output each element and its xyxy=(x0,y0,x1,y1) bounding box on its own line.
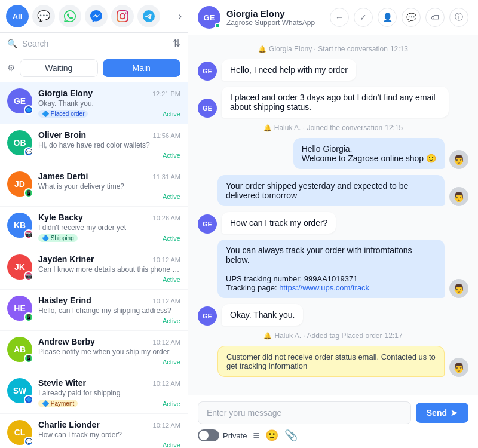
conv-time: 10:26 AM xyxy=(153,214,180,222)
conv-time: 11:31 AM xyxy=(153,173,180,180)
conv-preview: I didn't receive my order yet xyxy=(38,223,180,232)
chat-contact-name: Giorgia Elony xyxy=(226,8,324,19)
conv-status: Active xyxy=(163,317,180,324)
chat-button[interactable]: 💬 xyxy=(402,8,421,27)
label-button[interactable]: 🏷 xyxy=(425,8,445,27)
channel-badge: 📱 xyxy=(24,312,33,322)
tab-telegram[interactable] xyxy=(137,5,160,27)
conversation-list: GE 🔷 Giorgia Elony 12:21 PM Okay. Thank … xyxy=(0,82,188,448)
check-button[interactable]: ✓ xyxy=(354,8,373,27)
tab-messenger[interactable] xyxy=(85,5,108,27)
conv-status: Active xyxy=(163,400,180,407)
input-tools: Private ≡ 🙂 📎 xyxy=(198,429,468,442)
customer-message-order: GE I placed and order 3 days ago but I d… xyxy=(198,87,468,118)
waiting-tab[interactable]: Waiting xyxy=(20,59,98,77)
avatar: KB 📷 xyxy=(7,213,32,238)
conv-tag: 🔷 Shipping xyxy=(38,234,78,242)
search-input[interactable] xyxy=(22,39,168,48)
agent-message-welcome: Hello Giorgia.Welcome to Zagrose online … xyxy=(198,138,468,169)
tab-chat[interactable]: 💬 xyxy=(32,5,55,27)
agent-avatar: 👨 xyxy=(449,187,468,206)
conv-time: 10:12 AM xyxy=(153,256,180,263)
conv-tag: 🔷 Placed order xyxy=(38,110,88,118)
channel-badge: 🔷 xyxy=(24,395,33,404)
send-button[interactable]: Send ➤ xyxy=(416,403,468,423)
filter-button[interactable]: ⚙ xyxy=(7,63,15,73)
conv-tag: 🔷 Payment xyxy=(38,400,78,407)
system-message-start: 🔔 Giorgia Elony · Start the conversation… xyxy=(198,45,468,53)
tab-whatsapp[interactable] xyxy=(59,5,81,27)
conv-name: Stevie Witer xyxy=(38,378,86,388)
message-bubble: I placed and order 3 days ago but I didn… xyxy=(222,87,449,118)
system-message-tag: 🔔 Haluk A. · Added tag Placed order 12:1… xyxy=(198,332,468,340)
tracking-link[interactable]: https://www.ups.com/track xyxy=(279,283,369,292)
right-panel: GE Giorgia Elony Zagrose Support WhatsAp… xyxy=(188,0,478,448)
conv-time: 11:56 AM xyxy=(153,132,180,139)
avatar: AB 📱 xyxy=(7,337,32,362)
conv-preview: Hi, do have have red color wallets? xyxy=(38,141,180,149)
agent-avatar: 👨 xyxy=(449,150,468,169)
filter-row: ⚙ Waiting Main xyxy=(0,54,188,82)
conv-status: Active xyxy=(163,358,180,366)
customer-avatar: GE xyxy=(198,62,217,81)
more-channels-button[interactable]: › xyxy=(179,11,182,22)
conv-preview: Okay. Thank you. xyxy=(38,99,180,108)
conv-time: 12:21 PM xyxy=(152,90,180,97)
conv-status: Active xyxy=(163,441,180,448)
chat-avatar: GE xyxy=(198,6,220,29)
private-toggle[interactable] xyxy=(198,429,219,441)
message-input[interactable] xyxy=(198,401,411,424)
customer-message-thanks: GE Okay. Thank you. xyxy=(198,304,468,326)
search-icon: 🔍 xyxy=(7,39,17,48)
text-format-icon[interactable]: ≡ xyxy=(253,429,259,442)
channel-badge: 📱 xyxy=(24,188,33,198)
conversation-item-andrew[interactable]: AB 📱 Andrew Berby 10:12 AM Please notify… xyxy=(0,331,188,372)
note-bubble: Customer did not receive order status em… xyxy=(217,346,445,377)
agent-message-tracking: You can always track your order with inf… xyxy=(198,240,468,298)
channel-tabs: All 💬 › xyxy=(0,0,188,33)
assign-button[interactable]: 👤 xyxy=(378,8,397,27)
conversation-item-jayden[interactable]: JK 📷 Jayden Kriner 10:12 AM Can I know m… xyxy=(0,248,188,290)
customer-avatar: GE xyxy=(198,214,217,234)
chat-input-row: Send ➤ xyxy=(198,401,468,424)
conv-status: Active xyxy=(163,235,180,242)
conv-preview: How can I track my order? xyxy=(38,431,180,439)
chat-contact-sub: Zagrose Support WhatsApp xyxy=(226,19,324,27)
conversation-item-charlie[interactable]: CL 💬 Charlie Lionder 10:12 AM How can I … xyxy=(0,414,188,448)
conv-status: Active xyxy=(163,193,180,200)
conv-name: Charlie Lionder xyxy=(38,420,100,429)
note-message: Customer did not receive order status em… xyxy=(198,346,468,377)
attachment-icon[interactable]: 📎 xyxy=(284,429,298,442)
conversation-item-giorgia[interactable]: GE 🔷 Giorgia Elony 12:21 PM Okay. Thank … xyxy=(0,82,188,124)
conv-status: Active xyxy=(163,111,180,118)
back-button[interactable]: ← xyxy=(330,8,349,27)
avatar: OB 💬 xyxy=(7,130,32,155)
conversation-item-james[interactable]: JD 📱 James Derbi 11:31 AM What is your d… xyxy=(0,165,188,207)
chat-header: GE Giorgia Elony Zagrose Support WhatsAp… xyxy=(188,0,478,35)
tab-all[interactable]: All xyxy=(6,5,29,27)
conversation-item-oliver[interactable]: OB 💬 Oliver Broin 11:56 AM Hi, do have h… xyxy=(0,124,188,165)
filter-sort-icon[interactable]: ⇅ xyxy=(173,38,180,49)
avatar: JK 📷 xyxy=(7,254,32,280)
messages-area: 🔔 Giorgia Elony · Start the conversation… xyxy=(188,35,478,395)
conversation-item-haisley[interactable]: HE 📱 Haisley Erind 10:12 AM Hello, can I… xyxy=(0,290,188,331)
chat-input-area: Send ➤ Private ≡ 🙂 📎 xyxy=(188,395,478,448)
conv-status: Active xyxy=(163,152,180,159)
send-icon: ➤ xyxy=(451,408,458,418)
conv-name: Kyle Backy xyxy=(38,213,83,222)
info-button[interactable]: ⓘ xyxy=(449,8,468,27)
header-actions: ← ✓ 👤 💬 🏷 ⓘ xyxy=(330,8,468,27)
conv-name: Haisley Erind xyxy=(38,296,91,305)
conv-time: 10:12 AM xyxy=(153,422,180,429)
tab-instagram[interactable] xyxy=(111,5,134,27)
main-tab[interactable]: Main xyxy=(103,59,181,77)
emoji-icon[interactable]: 🙂 xyxy=(265,429,278,442)
conv-time: 10:12 AM xyxy=(153,339,180,346)
conv-time: 10:12 AM xyxy=(153,380,180,387)
conversation-item-kyle[interactable]: KB 📷 Kyle Backy 10:26 AM I didn't receiv… xyxy=(0,207,188,248)
channel-badge: 📷 xyxy=(24,271,33,281)
conv-name: Andrew Berby xyxy=(38,337,95,346)
conv-preview: Please notify me when you ship my order xyxy=(38,348,180,356)
conversation-item-stevie[interactable]: SW 🔷 Stevie Witer 10:12 AM I already pai… xyxy=(0,372,188,414)
tracking-number: UPS tracking number: 999AA1019371 xyxy=(226,274,436,283)
